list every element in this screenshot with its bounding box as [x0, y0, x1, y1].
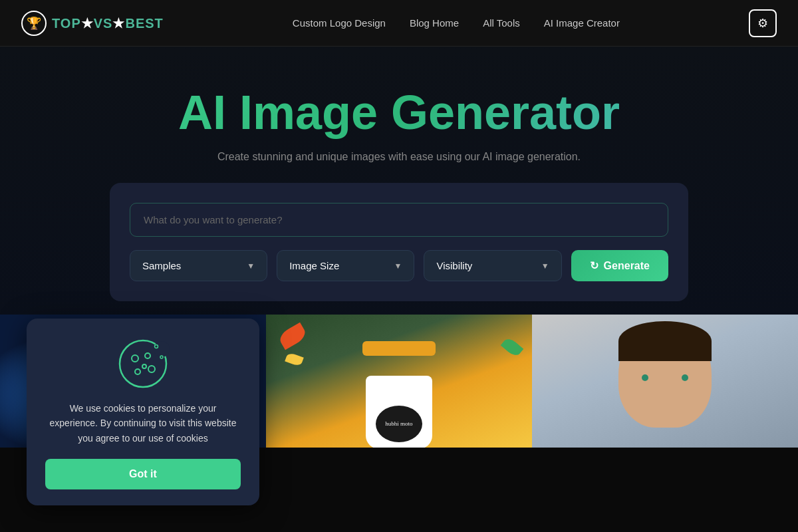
cup-label: hubhi moto: [376, 406, 422, 442]
generate-button[interactable]: ↻ Generate: [571, 250, 668, 281]
cup-lid: [362, 341, 436, 356]
cookie-banner: We use cookies to personalize your exper…: [27, 319, 259, 505]
cookie-icon: [116, 337, 170, 390]
generate-label: Generate: [604, 260, 650, 272]
svg-point-5: [132, 355, 138, 362]
settings-button[interactable]: ⚙: [749, 9, 777, 37]
svg-point-7: [148, 366, 155, 372]
refresh-icon: ↻: [590, 259, 598, 272]
prompt-input[interactable]: [130, 203, 668, 237]
nav-links: Custom Logo Design Blog Home All Tools A…: [293, 17, 620, 29]
cookie-icon-container: [45, 337, 241, 390]
navbar: 🏆 TOP★VS★BEST Custom Logo Design Blog Ho…: [0, 0, 798, 47]
chevron-down-icon: ▼: [247, 261, 255, 271]
portrait-head: [598, 315, 732, 448]
gear-icon: ⚙: [757, 16, 768, 31]
visibility-dropdown[interactable]: Visibility ▼: [424, 250, 561, 281]
image-size-label: Image Size: [289, 260, 339, 271]
generator-card: Samples ▼ Image Size ▼ Visibility ▼ ↻ Ge…: [110, 183, 688, 301]
cup-body: hubhi moto: [366, 376, 432, 448]
visibility-label: Visibility: [436, 260, 472, 271]
nav-all-tools[interactable]: All Tools: [483, 17, 520, 29]
leaf-decoration: [277, 323, 308, 350]
logo[interactable]: 🏆 TOP★VS★BEST: [21, 11, 164, 36]
image-coffee: hubhi moto: [266, 315, 532, 448]
head-shape: [618, 321, 712, 428]
nav-blog-home[interactable]: Blog Home: [410, 17, 459, 29]
controls-row: Samples ▼ Image Size ▼ Visibility ▼ ↻ Ge…: [130, 250, 668, 281]
leaf-decoration: [501, 336, 524, 358]
samples-dropdown[interactable]: Samples ▼: [130, 250, 267, 281]
image-size-dropdown[interactable]: Image Size ▼: [277, 250, 414, 281]
hero-section: AI Image Generator Create stunning and u…: [0, 47, 798, 321]
svg-point-9: [142, 364, 146, 368]
samples-label: Samples: [142, 260, 181, 271]
hero-subtitle: Create stunning and unique images with e…: [13, 151, 785, 163]
chevron-down-icon: ▼: [394, 261, 402, 271]
hair: [618, 321, 712, 361]
svg-point-10: [154, 341, 170, 357]
eye-right: [682, 374, 688, 381]
eye-left: [642, 374, 648, 381]
logo-text: TOP★VS★BEST: [52, 15, 164, 31]
leaf-decoration: [285, 352, 304, 367]
svg-point-6: [145, 353, 150, 358]
page-title: AI Image Generator: [13, 86, 785, 139]
got-it-button[interactable]: Got it: [45, 459, 241, 489]
coffee-cup: hubhi moto: [359, 341, 439, 448]
nav-custom-logo[interactable]: Custom Logo Design: [293, 17, 386, 29]
cookie-text: We use cookies to personalize your exper…: [45, 401, 241, 446]
svg-point-8: [135, 369, 140, 374]
chevron-down-icon: ▼: [541, 261, 549, 271]
logo-icon: 🏆: [21, 11, 47, 36]
nav-ai-image-creator[interactable]: AI Image Creator: [544, 17, 620, 29]
image-portrait: [532, 315, 798, 448]
